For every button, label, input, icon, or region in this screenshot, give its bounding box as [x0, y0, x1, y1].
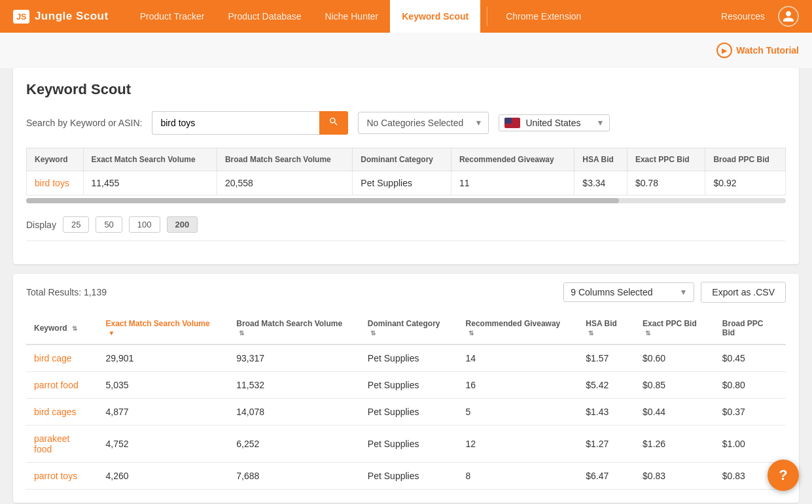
category-select[interactable]: No Categories Selected Pet Supplies Elec… — [358, 112, 489, 134]
table-row: parrot toys 4,260 7,688 Pet Supplies 8 $… — [26, 463, 786, 490]
res-keyword-cell: parakeet food — [26, 426, 97, 463]
keyword-link[interactable]: bird cages — [34, 407, 77, 417]
top-col-hsa: HSA Bid — [574, 148, 627, 171]
res-col-hsa-label: HSA Bid — [586, 319, 617, 328]
res-giveaway-cell: 8 — [458, 463, 578, 490]
keyword-link[interactable]: parrot toys — [34, 471, 77, 481]
user-avatar[interactable] — [778, 6, 799, 27]
keyword-link[interactable]: bird cage — [34, 353, 72, 363]
res-col-hsa[interactable]: HSA Bid ⇅ — [578, 312, 635, 344]
res-col-dom-cat[interactable]: Dominant Category ⇅ — [360, 312, 458, 344]
res-broad-ppc-cell: $1.00 — [715, 426, 786, 463]
resources-link[interactable]: Resources — [721, 11, 765, 22]
top-col-broad-match: Broad Match Search Volume — [217, 148, 352, 171]
search-row: Search by Keyword or ASIN: No Categories… — [26, 111, 786, 135]
results-header-row: Keyword ⇅ Exact Match Search Volume ▼ Br… — [26, 312, 786, 344]
display-25-button[interactable]: 25 — [63, 216, 89, 233]
display-100-button[interactable]: 100 — [129, 216, 160, 233]
horizontal-scrollbar[interactable] — [26, 195, 786, 209]
res-col-dom-label: Dominant Category — [368, 319, 440, 328]
keyword-link[interactable]: parakeet food — [34, 433, 69, 454]
results-toolbar: Total Results: 1,139 9 Columns Selected … — [26, 274, 786, 312]
scrollbar-track — [26, 198, 786, 203]
table-row: bird toys 11,455 20,558 Pet Supplies 11 … — [27, 171, 786, 195]
res-keyword-cell: bird cage — [26, 344, 97, 372]
top-col-exact-match: Exact Match Search Volume — [83, 148, 217, 171]
res-col-exact-match[interactable]: Exact Match Search Volume ▼ — [97, 312, 228, 344]
display-50-button[interactable]: 50 — [96, 216, 122, 233]
top-col-keyword: Keyword — [27, 148, 84, 171]
display-200-button[interactable]: 200 — [167, 216, 198, 233]
res-broad-cell: 7,688 — [228, 463, 360, 490]
search-input[interactable] — [152, 111, 319, 135]
brand-name: Jungle Scout — [35, 10, 109, 23]
nav-chrome-extension[interactable]: Chrome Extension — [494, 0, 593, 33]
results-table: Keyword ⇅ Exact Match Search Volume ▼ Br… — [26, 312, 786, 490]
logo-icon: JS — [13, 10, 29, 24]
res-col-broad-label: Broad Match Search Volume — [236, 319, 342, 328]
watch-tutorial-link[interactable]: ▶ Watch Tutorial — [716, 42, 799, 58]
top-col-dominant-cat: Dominant Category — [353, 148, 451, 171]
nav-niche-hunter[interactable]: Niche Hunter — [313, 0, 391, 33]
top-row-hsa: $3.34 — [574, 171, 627, 195]
results-table-head: Keyword ⇅ Exact Match Search Volume ▼ Br… — [26, 312, 786, 344]
export-csv-button[interactable]: Export as .CSV — [701, 282, 786, 303]
res-col-rec-giveaway[interactable]: Recommended Giveaway ⇅ — [458, 312, 578, 344]
res-exact-ppc-cell: $0.60 — [635, 344, 715, 372]
top-table-head: Keyword Exact Match Search Volume Broad … — [27, 148, 786, 171]
top-row-rec-giveaway: 11 — [451, 171, 574, 195]
res-broad-cell: 11,532 — [228, 372, 360, 399]
top-row-broad: 20,558 — [217, 171, 352, 195]
country-select[interactable]: United States ▼ — [499, 114, 610, 131]
res-dom-cat-cell: Pet Supplies — [360, 372, 458, 399]
top-row-keyword: bird toys — [27, 171, 84, 195]
res-dom-cat-cell: Pet Supplies — [360, 463, 458, 490]
res-col-exact-ppc-label: Exact PPC Bid — [643, 319, 697, 328]
watch-tutorial-label: Watch Tutorial — [736, 45, 799, 56]
country-name: United States — [525, 118, 591, 128]
nav-keyword-scout[interactable]: Keyword Scout — [390, 0, 480, 33]
res-hsa-cell: $1.57 — [578, 344, 635, 372]
top-table-section: Keyword Exact Match Search Volume Broad … — [26, 148, 786, 209]
keyword-link[interactable]: parrot food — [34, 380, 79, 390]
res-giveaway-cell: 12 — [458, 426, 578, 463]
res-giveaway-cell: 14 — [458, 344, 578, 372]
res-exact-cell: 5,035 — [97, 372, 228, 399]
play-icon: ▶ — [716, 42, 732, 58]
res-exact-cell: 4,752 — [97, 426, 228, 463]
res-dom-cat-cell: Pet Supplies — [360, 426, 458, 463]
nav-links: Product Tracker Product Database Niche H… — [128, 0, 721, 33]
nav-product-tracker[interactable]: Product Tracker — [128, 0, 217, 33]
top-keyword-link[interactable]: bird toys — [35, 178, 69, 188]
scrollbar-thumb — [26, 198, 619, 203]
search-card: Keyword Scout Search by Keyword or ASIN:… — [13, 68, 799, 264]
res-col-exact-ppc[interactable]: Exact PPC Bid ⇅ — [635, 312, 715, 344]
nav-product-database[interactable]: Product Database — [216, 0, 313, 33]
nav-divider — [487, 7, 487, 26]
res-col-keyword[interactable]: Keyword ⇅ — [26, 312, 97, 344]
search-input-wrap — [152, 111, 348, 135]
res-col-broad-match[interactable]: Broad Match Search Volume ⇅ — [228, 312, 360, 344]
search-button[interactable] — [319, 111, 348, 135]
top-row-broad-ppc: $0.92 — [705, 171, 786, 195]
hsa-sort-icon: ⇅ — [588, 329, 593, 337]
help-fab[interactable]: ? — [768, 460, 799, 491]
display-label: Display — [26, 220, 56, 230]
res-col-broad-ppc-label: Broad PPC Bid — [722, 319, 764, 337]
columns-select[interactable]: 9 Columns Selected ▼ — [563, 282, 694, 302]
exact-ppc-sort-icon: ⇅ — [645, 329, 650, 337]
res-giveaway-cell: 16 — [458, 372, 578, 399]
page-title: Keyword Scout — [26, 81, 786, 98]
dom-sort-icon: ⇅ — [370, 329, 376, 337]
main-content: Keyword Scout Search by Keyword or ASIN:… — [0, 68, 812, 504]
top-table-body: bird toys 11,455 20,558 Pet Supplies 11 … — [27, 171, 786, 195]
table-row: parrot food 5,035 11,532 Pet Supplies 16… — [26, 372, 786, 399]
top-col-broad-ppc: Broad PPC Bid — [705, 148, 786, 171]
exact-sort-icon: ▼ — [108, 329, 115, 337]
res-keyword-cell: parrot toys — [26, 463, 97, 490]
top-row-exact: 11,455 — [83, 171, 217, 195]
res-giveaway-cell: 5 — [458, 399, 578, 426]
columns-selected-label: 9 Columns Selected — [571, 287, 674, 297]
res-hsa-cell: $5.42 — [578, 372, 635, 399]
brand-logo[interactable]: JS Jungle Scout — [13, 10, 109, 24]
